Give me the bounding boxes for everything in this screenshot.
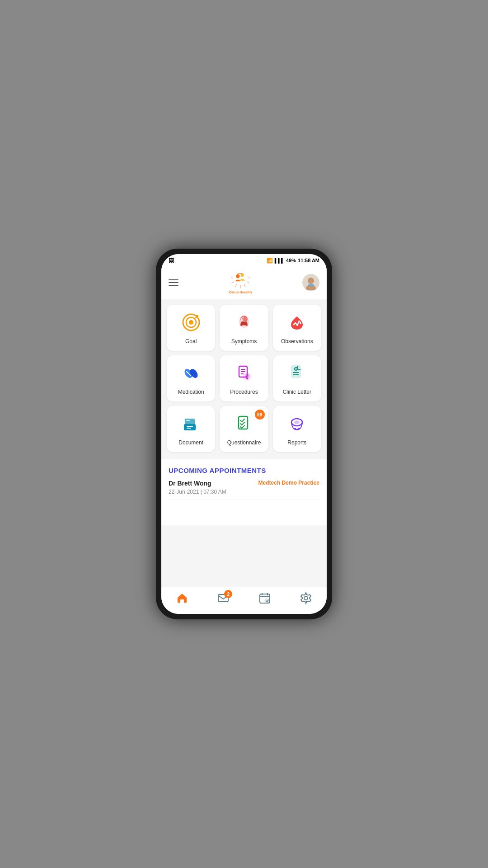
nav-item-messages[interactable]: 2 [217, 592, 230, 608]
svg-point-14 [189, 320, 193, 325]
svg-point-18 [242, 320, 243, 321]
grid-card-questionnaire[interactable]: Questionnaire89 [220, 406, 268, 452]
wifi-icon: 📶 [267, 258, 273, 264]
signal-icon: ▌▌▌ [275, 258, 284, 263]
status-photo-icon: 🖼 [169, 257, 174, 264]
status-left: 🖼 [169, 257, 174, 264]
status-bar: 🖼 📶 ▌▌▌ 49% 11:58 AM [161, 254, 327, 267]
svg-point-7 [236, 274, 239, 278]
svg-point-9 [308, 278, 314, 284]
hamburger-line3 [169, 285, 178, 286]
reports-label: Reports [287, 439, 306, 446]
svg-point-41 [294, 420, 300, 424]
svg-line-4 [247, 282, 249, 283]
grid-card-procedures[interactable]: Procedures [220, 355, 268, 401]
symptoms-icon [235, 313, 253, 335]
medication-label: Medication [178, 389, 204, 395]
battery-text: 49% [286, 258, 296, 263]
questionnaire-badge: 89 [255, 410, 265, 420]
appointments-section: UPCOMING APPOINTMENTS Dr Brett Wong Medt… [161, 459, 327, 525]
svg-point-27 [245, 374, 249, 377]
svg-point-47 [265, 599, 269, 603]
symptoms-label: Symptoms [231, 338, 257, 344]
hamburger-menu[interactable] [169, 279, 178, 286]
appointments-list: Dr Brett Wong Medtech Demo Practice 22-J… [169, 480, 319, 500]
grid-card-observations[interactable]: Observations [273, 305, 321, 351]
grid-card-reports[interactable]: Reports [273, 406, 321, 452]
svg-line-6 [248, 278, 250, 278]
document-label: Document [178, 439, 203, 446]
grid-card-clinicletter[interactable]: Clinic Letter [273, 355, 321, 401]
nav-item-calendar[interactable] [258, 592, 271, 608]
clinicletter-label: Clinic Letter [283, 389, 311, 395]
user-avatar[interactable] [302, 274, 319, 291]
grid-card-symptoms[interactable]: Symptoms [220, 305, 268, 351]
goal-label: Goal [185, 338, 197, 344]
nav-calendar-icon [258, 592, 271, 608]
top-nav: Ortus-iHealth [161, 267, 327, 299]
logo-label: Ortus-iHealth [229, 290, 252, 294]
nav-home-icon [176, 592, 188, 608]
svg-line-3 [244, 284, 245, 287]
procedures-label: Procedures [230, 389, 258, 395]
grid-card-goal[interactable]: Goal [167, 305, 215, 351]
svg-rect-35 [184, 424, 196, 430]
hamburger-line1 [169, 279, 178, 280]
document-icon [182, 414, 201, 436]
svg-rect-38 [186, 420, 190, 421]
nav-messages-badge: 2 [224, 590, 232, 598]
ortus-logo-svg [231, 270, 250, 289]
appointments-spacer [169, 500, 319, 518]
svg-line-5 [231, 278, 233, 278]
medication-icon [182, 363, 201, 385]
nav-settings-icon [300, 592, 312, 608]
status-right: 📶 ▌▌▌ 49% 11:58 AM [267, 258, 319, 264]
time-text: 11:58 AM [298, 258, 319, 263]
grid-card-medication[interactable]: Medication [167, 355, 215, 401]
questionnaire-icon [235, 414, 253, 436]
app-logo: Ortus-iHealth [229, 270, 252, 294]
menu-grid: GoalSymptomsObservationsMedicationProced… [161, 299, 327, 458]
main-content: GoalSymptomsObservationsMedicationProced… [161, 299, 327, 587]
nav-item-home[interactable] [176, 592, 188, 608]
bottom-nav: 2 [161, 587, 327, 614]
phone-frame: 🖼 📶 ▌▌▌ 49% 11:58 AM [156, 249, 332, 619]
svg-point-48 [304, 596, 308, 600]
svg-line-2 [231, 282, 234, 283]
observations-label: Observations [281, 338, 313, 344]
svg-rect-11 [308, 284, 314, 286]
goal-icon [182, 313, 201, 335]
grid-card-document[interactable]: Document [167, 406, 215, 452]
reports-icon [287, 414, 306, 436]
appt-doctor: Dr Brett Wong [169, 480, 211, 487]
procedures-icon [235, 363, 253, 385]
questionnaire-label: Questionnaire [227, 439, 261, 446]
nav-item-settings[interactable] [300, 592, 312, 608]
appt-time: 22-Jun-2021 | 07:30 AM [169, 489, 319, 495]
appointments-title: UPCOMING APPOINTMENTS [169, 467, 319, 474]
phone-screen: 🖼 📶 ▌▌▌ 49% 11:58 AM [161, 254, 327, 614]
avatar-svg [304, 275, 318, 290]
appt-practice: Medtech Demo Practice [258, 480, 319, 486]
observations-icon [287, 313, 306, 335]
hamburger-line2 [169, 282, 178, 283]
svg-line-1 [235, 284, 237, 287]
appointment-card[interactable]: Dr Brett Wong Medtech Demo Practice 22-J… [169, 480, 319, 500]
appt-top: Dr Brett Wong Medtech Demo Practice [169, 480, 319, 487]
clinicletter-icon [287, 363, 306, 385]
